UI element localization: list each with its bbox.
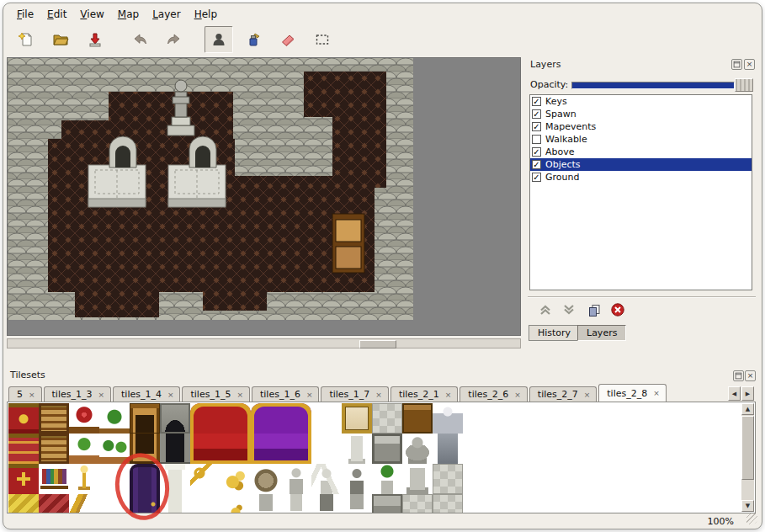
tileset-tab-tiles_2_7[interactable]: tiles_2_7× (529, 386, 597, 402)
tile-throne-purple-br[interactable] (281, 434, 311, 464)
tileset-tab-5[interactable]: 5× (8, 386, 42, 402)
layer-row-mapevents[interactable]: ✓Mapevents (530, 120, 752, 133)
tileset-tab-tiles_1_6[interactable]: tiles_1_6× (252, 386, 319, 402)
tile-portrait[interactable] (342, 403, 372, 434)
scroll-up-button[interactable]: ▲ (741, 403, 754, 415)
tile-arch-top[interactable] (160, 403, 190, 434)
save-button[interactable] (81, 26, 109, 53)
tile-blank[interactable] (311, 434, 342, 464)
tile-pillar-top[interactable] (160, 464, 190, 494)
selection-tool-button[interactable] (308, 26, 337, 53)
layer-delete-button[interactable] (608, 301, 627, 318)
tab-close-icon[interactable]: × (29, 391, 35, 399)
eraser-tool-button[interactable] (274, 26, 302, 53)
stamp-tool-button[interactable] (205, 26, 233, 53)
layer-row-ground[interactable]: ✓Ground (530, 171, 752, 184)
tile-banner-red-1[interactable] (8, 403, 39, 434)
fill-tool-button[interactable] (239, 26, 268, 53)
tile-chest-gray[interactable] (372, 434, 402, 464)
tile-statue-angel-bottom[interactable] (281, 494, 311, 513)
tile-blank[interactable] (311, 403, 342, 434)
menu-item-edit[interactable]: Edit (40, 7, 73, 24)
scrollbar-thumb[interactable] (359, 340, 396, 348)
tilesets-float-button[interactable] (733, 370, 744, 381)
scrollbar-thumb[interactable] (741, 416, 754, 480)
layer-visibility-checkbox[interactable]: ✓ (532, 147, 541, 157)
tile-loom[interactable] (39, 403, 69, 434)
tab-history[interactable]: History (529, 325, 580, 341)
layer-visibility-checkbox[interactable]: ✓ (532, 97, 541, 106)
tab-close-icon[interactable]: × (584, 391, 591, 399)
tileset-tab-tiles_2_8[interactable]: tiles_2_8× (598, 384, 666, 402)
tileset-tab-tiles_2_6[interactable]: tiles_2_6× (460, 386, 527, 402)
tile-loom-2[interactable] (39, 434, 69, 464)
undo-button[interactable] (125, 26, 154, 53)
opacity-slider-handle[interactable] (735, 78, 753, 92)
new-file-button[interactable] (12, 26, 40, 53)
tab-close-icon[interactable]: × (98, 391, 104, 399)
tile-gold-trinket[interactable] (220, 464, 251, 494)
tile-throne-red-br[interactable] (220, 434, 251, 464)
tile-banner-red-2[interactable] (8, 434, 39, 464)
tile-cabinet-bottom[interactable] (130, 434, 160, 464)
tile-stone-blocks[interactable] (372, 403, 402, 434)
tile-obelisk[interactable] (342, 434, 372, 464)
layer-move-down-button[interactable] (560, 301, 578, 318)
tile-key-gold[interactable] (190, 464, 220, 494)
tile-horn-gold[interactable] (69, 494, 99, 513)
tile-tomb-base[interactable] (372, 494, 402, 513)
tile-stone-blocks[interactable] (433, 494, 463, 513)
tile-statue-monk-bottom[interactable] (251, 494, 281, 513)
tab-scroll-right-button[interactable]: ▶ (741, 386, 754, 401)
layer-row-above[interactable]: ✓Above (530, 146, 752, 158)
tile-statue-gargoyle-bottom[interactable] (311, 494, 342, 513)
layer-duplicate-button[interactable] (585, 301, 603, 318)
tab-close-icon[interactable]: × (306, 391, 313, 399)
tile-throne-red-tr[interactable] (220, 403, 251, 434)
tab-close-icon[interactable]: × (236, 391, 243, 399)
tile-door-purple-top[interactable] (130, 464, 160, 494)
open-file-button[interactable] (46, 26, 75, 53)
layer-move-up-button[interactable] (536, 301, 555, 318)
map-horizontal-scrollbar[interactable] (7, 338, 521, 348)
tile-arch-bottom[interactable] (160, 434, 190, 464)
tab-scroll-left-button[interactable]: ◀ (728, 386, 741, 401)
tile-bookshelf[interactable] (39, 464, 69, 494)
tab-close-icon[interactable]: × (375, 391, 382, 399)
tileset-tab-tiles_1_5[interactable]: tiles_1_5× (182, 386, 249, 402)
tilesets-close-button[interactable]: × (745, 370, 756, 381)
layer-visibility-checkbox[interactable]: ✓ (532, 109, 541, 119)
menu-item-view[interactable]: View (73, 7, 110, 24)
layer-row-keys[interactable]: ✓Keys (530, 95, 752, 108)
tile-blank[interactable] (190, 494, 220, 513)
map-canvas[interactable] (7, 57, 521, 336)
tab-close-icon[interactable]: × (514, 391, 521, 399)
tile-blank[interactable] (99, 464, 130, 494)
tile-vase-plant[interactable] (372, 464, 402, 494)
tile-plant-pot[interactable] (69, 434, 99, 464)
tile-blank[interactable] (99, 494, 130, 513)
layer-visibility-checkbox[interactable]: ✓ (532, 160, 541, 169)
menu-item-file[interactable]: File (10, 7, 40, 24)
layer-visibility-checkbox[interactable]: ✓ (532, 122, 541, 131)
tile-tile-red[interactable] (39, 494, 69, 513)
tile-plant-double[interactable] (99, 434, 130, 464)
layer-row-spawn[interactable]: ✓Spawn (530, 108, 752, 120)
tile-eagle-statue[interactable] (402, 434, 433, 464)
layers-float-button[interactable] (731, 59, 742, 70)
layers-close-button[interactable]: × (744, 59, 755, 70)
tileset-tab-tiles_2_1[interactable]: tiles_2_1× (390, 386, 458, 402)
tile-armor-top[interactable] (433, 403, 463, 434)
tile-statue-angel-top[interactable] (311, 464, 342, 494)
layer-row-walkable[interactable]: Walkable (530, 133, 752, 146)
tile-throne-purple-bl[interactable] (251, 434, 281, 464)
tileset-tab-tiles_1_7[interactable]: tiles_1_7× (321, 386, 388, 402)
tile-vase-bottom[interactable] (342, 494, 372, 513)
redo-button[interactable] (160, 26, 189, 53)
layer-row-objects[interactable]: ✓Objects (530, 158, 752, 171)
tile-stone-blocks[interactable] (402, 494, 433, 513)
tile-plant-small[interactable] (99, 403, 130, 434)
layer-visibility-checkbox[interactable] (532, 135, 541, 144)
tab-close-icon[interactable]: × (167, 391, 174, 399)
tile-cabinet-top[interactable] (130, 403, 160, 434)
